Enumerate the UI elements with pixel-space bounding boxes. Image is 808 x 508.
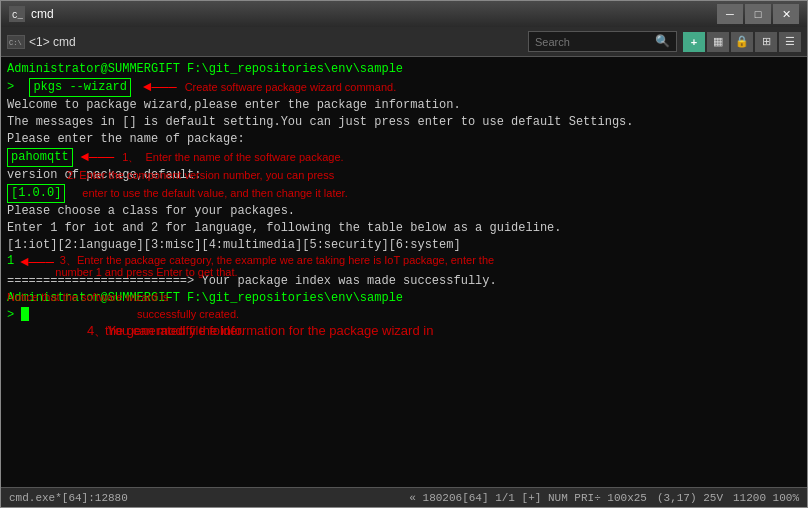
terminal-line: Please choose a class for your packages. [7,203,801,220]
terminal-line: [1:iot][2:language][3:misc][4:multimedia… [7,237,801,254]
title-bar: C_ cmd ─ □ ✕ [1,1,807,27]
svg-text:C_: C_ [12,11,23,21]
lock-button[interactable]: 🔒 [731,32,753,52]
arrow-right-1: ◄——— [143,78,177,98]
menu-button[interactable]: ☰ [779,32,801,52]
ann-version: 2. Enter the component version number, y… [67,168,334,183]
ann-wizard: Create software package wizard command. [185,80,397,95]
search-icon[interactable]: 🔍 [655,34,670,49]
terminal-line: Administrator@SUMMERGIFT F:\git_reposito… [7,290,801,307]
status-zoom: 11200 100% [733,492,799,504]
terminal-line: > pkgs --wizard ◄——— Create software pac… [7,78,801,98]
search-box[interactable]: 🔍 [528,31,677,52]
toolbar: + ▦ 🔒 ⊞ ☰ [683,32,801,52]
ann-modify2: the generated file folder. [87,322,245,340]
terminal-line: pahomqtt ◄——— 1、 Enter the name of the s… [7,148,801,168]
status-middle: « 180206[64] 1/1 [+] NUM PRI÷ 100x25 [409,492,647,504]
window-controls: ─ □ ✕ [717,4,799,24]
close-button[interactable]: ✕ [773,4,799,24]
prompt: > [7,79,21,96]
terminal-content: Administrator@SUMMERGIFT F:\git_reposito… [7,61,801,331]
version-box: [1.0.0] [7,184,65,203]
command-box: pkgs --wizard [29,78,131,97]
title-text: cmd [31,7,717,21]
status-process: cmd.exe*[64]:12880 [9,492,409,504]
ann-notice2: successfully created. [137,307,239,322]
maximize-button[interactable]: □ [745,4,771,24]
terminal: Administrator@SUMMERGIFT F:\git_reposito… [1,57,807,487]
terminal-line: Welcome to package wizard,please enter t… [7,97,801,114]
search-input[interactable] [535,36,655,48]
terminal-line: > successfully created. [7,307,801,324]
svg-text:C:\: C:\ [9,39,22,47]
window: C_ cmd ─ □ ✕ C:\ <1> cmd 🔍 + ▦ 🔒 ⊞ ☰ [0,0,808,508]
ann-notice: Notice that the software wizard is [7,290,168,305]
grid-button[interactable]: ⊞ [755,32,777,52]
status-position: (3,17) 25V [657,492,723,504]
tab-bar: C:\ <1> cmd 🔍 + ▦ 🔒 ⊞ ☰ [1,27,807,57]
terminal-line: [1.0.0] enter to use the default value, … [7,184,801,203]
terminal-line: Enter 1 for iot and 2 for language, foll… [7,220,801,237]
tab-label: <1> cmd [29,35,528,49]
arrow-right-2: ◄——— [81,148,115,168]
terminal-line: Administrator@SUMMERGIFT F:\git_reposito… [7,61,801,78]
category-input: 1 [7,253,14,270]
view-button[interactable]: ▦ [707,32,729,52]
add-button[interactable]: + [683,32,705,52]
ann-category2: number 1 and press Enter to get that. [37,265,238,280]
terminal-line: The messages in [] is default setting.Yo… [7,114,801,131]
cursor-prompt: > [7,307,29,324]
terminal-line: version of package,default: 2. Enter the… [7,167,801,184]
status-bar: cmd.exe*[64]:12880 « 180206[64] 1/1 [+] … [1,487,807,507]
minimize-button[interactable]: ─ [717,4,743,24]
prompt-path: Administrator@SUMMERGIFT F:\git_reposito… [7,61,403,78]
ann-version2: enter to use the default value, and then… [67,186,348,201]
ann-name: 1、 Enter the name of the software packag… [122,150,343,165]
app-icon: C_ [9,6,25,22]
status-info: « 180206[64] 1/1 [+] NUM PRI÷ 100x25 (3,… [409,492,799,504]
package-name-box: pahomqtt [7,148,73,167]
tab-icon: C:\ [7,35,25,49]
terminal-line: Please enter the name of package: [7,131,801,148]
